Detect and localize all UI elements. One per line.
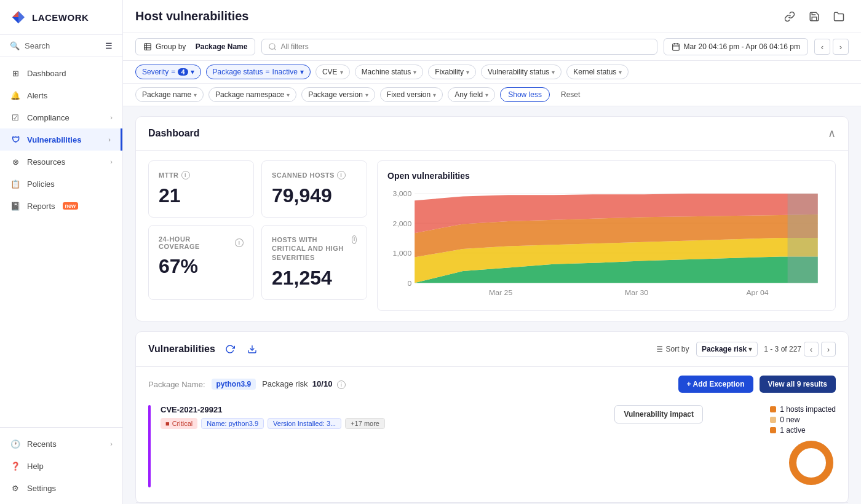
download-button[interactable] [244, 341, 261, 358]
any-field-filter[interactable]: Any field ▾ [448, 87, 495, 102]
sidebar-search-btn[interactable]: 🔍 Search ☰ [0, 35, 122, 57]
package-namespace-filter[interactable]: Package namespace ▾ [208, 87, 296, 102]
scanned-hosts-info-icon[interactable]: i [337, 171, 346, 179]
severity-chip-chevron: ▾ [191, 68, 194, 76]
grid-icon: ⊞ [10, 68, 21, 79]
cve-info: CVE-2021-29921 Critical Name: python3.9 … [161, 405, 605, 429]
group-by-button[interactable]: Group by Package Name [135, 38, 255, 55]
fixed-version-label: Fixed version [387, 90, 430, 99]
hosts-impacted-item: 1 hosts impacted [770, 405, 836, 414]
package-status-filter-chip[interactable]: Package status = Inactive ▾ [206, 65, 311, 79]
date-next-button[interactable]: › [833, 39, 849, 55]
severity-chip-count: 4 [178, 68, 188, 76]
vulnerabilities-card: Vulnerabilities Sort by Package risk [135, 331, 849, 503]
chevron-down-icon: ▾ [365, 92, 368, 98]
sidebar-item-label: Recents [27, 439, 57, 449]
sidebar-item-reports[interactable]: 📓 Reports new [0, 195, 122, 217]
package-version-filter[interactable]: Package version ▾ [301, 87, 375, 102]
package-risk-value: 10/10 [312, 379, 333, 388]
package-name-filter[interactable]: Package name ▾ [135, 87, 204, 102]
save-button[interactable] [804, 7, 824, 26]
sidebar-item-dashboard[interactable]: ⊞ Dashboard [0, 62, 122, 84]
sidebar-item-resources[interactable]: ⊗ Resources › [0, 151, 122, 173]
sidebar-item-vulnerabilities[interactable]: 🛡 Vulnerabilities › [0, 128, 122, 151]
svg-point-4 [269, 44, 275, 49]
collapse-dashboard-button[interactable]: ∧ [828, 127, 836, 140]
check-square-icon: ☑ [10, 112, 21, 123]
refresh-button[interactable] [221, 341, 239, 358]
clock-icon: 🕐 [10, 438, 21, 449]
sidebar-bottom: 🕐 Recents › ❓ Help ⚙ Settings [0, 427, 122, 504]
folder-button[interactable] [829, 7, 849, 26]
critical-hosts-info-icon[interactable]: i [352, 235, 357, 244]
cve-name-tag: Name: python3.9 [201, 418, 264, 429]
hosts-active-label: 1 active [780, 426, 805, 435]
table-icon [143, 42, 152, 51]
hosts-active-item: 1 active [770, 426, 836, 435]
header-actions [780, 7, 849, 26]
cve-filter[interactable]: CVE ▾ [315, 65, 350, 79]
group-by-value: Package Name [196, 42, 248, 51]
coverage-info-icon[interactable]: i [235, 238, 244, 247]
sidebar-item-label: Help [27, 462, 44, 471]
date-range-picker[interactable]: Mar 20 04:16 pm - Apr 06 04:16 pm [664, 38, 808, 55]
chevron-down-icon: ▾ [552, 69, 555, 76]
chevron-down-icon: ▾ [619, 69, 622, 76]
refresh-icon [225, 344, 235, 354]
add-exception-button[interactable]: + Add Exception [678, 376, 753, 393]
chevron-right-icon: › [110, 158, 113, 165]
sidebar-item-recents[interactable]: 🕐 Recents › [0, 433, 122, 455]
filter-input[interactable] [280, 42, 650, 51]
svg-line-5 [274, 49, 276, 50]
cve-more-tag[interactable]: +17 more [345, 418, 385, 429]
sidebar-item-label: Compliance [27, 113, 69, 122]
sidebar-item-compliance[interactable]: ☑ Compliance › [0, 106, 122, 128]
chevron-down-icon: ▾ [194, 92, 197, 98]
sidebar-item-alerts[interactable]: 🔔 Alerts [0, 84, 122, 106]
fixability-filter[interactable]: Fixability ▾ [428, 65, 476, 79]
show-less-button[interactable]: Show less [500, 87, 550, 102]
mttr-info-icon[interactable]: i [181, 171, 190, 179]
cve-id[interactable]: CVE-2021-29921 [161, 405, 605, 414]
vuln-status-filter[interactable]: Vulnerability status ▾ [481, 65, 561, 79]
machine-status-label: Machine status [362, 68, 411, 76]
cve-row: CVE-2021-29921 Critical Name: python3.9 … [148, 399, 836, 494]
cve-right-panel: 1 hosts impacted 0 new 1 active [713, 405, 836, 487]
sidebar-item-settings[interactable]: ⚙ Settings [0, 477, 122, 499]
chevron-right-icon: › [110, 114, 113, 121]
critical-hosts-value: 21,254 [272, 267, 357, 289]
hosts-active-dot [770, 427, 776, 433]
sidebar: LACEWORK 🔍 Search ☰ ⊞ Dashboard 🔔 Alerts… [0, 0, 123, 504]
cve-version-tag: Version Installed: 3... [268, 418, 341, 429]
toolbar-row1: Group by Package Name Mar 20 04:16 pm - … [123, 33, 861, 61]
kernel-status-filter[interactable]: Kernel status ▾ [566, 65, 629, 79]
filter-search[interactable] [261, 39, 657, 55]
coverage-value: 67% [159, 255, 244, 278]
fixed-version-filter[interactable]: Fixed version ▾ [380, 87, 443, 102]
pagination-prev-button[interactable]: ‹ [804, 342, 819, 356]
sort-dropdown[interactable]: Package risk ▾ [696, 342, 758, 356]
package-name-badge[interactable]: python3.9 [212, 379, 256, 390]
view-results-button[interactable]: View all 9 results [760, 376, 836, 393]
chevron-down-icon: ▾ [466, 69, 469, 76]
sidebar-item-policies[interactable]: 📋 Policies [0, 173, 122, 195]
book-icon: 📓 [10, 200, 21, 211]
link-button[interactable] [780, 7, 800, 26]
severity-filter-chip[interactable]: Severity = 4 ▾ [135, 65, 201, 79]
fixability-label: Fixability [435, 68, 464, 76]
pagination-next-button[interactable]: › [821, 342, 836, 356]
pagination: 1 - 3 of 227 ‹ › [764, 342, 836, 356]
sidebar-item-help[interactable]: ❓ Help [0, 455, 122, 477]
link-icon [784, 11, 795, 22]
machine-status-filter[interactable]: Machine status ▾ [355, 65, 424, 79]
any-field-label: Any field [454, 90, 483, 99]
menu-icon[interactable]: ☰ [105, 41, 113, 50]
vulnerability-impact-button[interactable]: Vulnerability impact [614, 405, 703, 423]
package-risk-info-icon[interactable]: i [337, 380, 346, 389]
hosts-donut-chart [787, 438, 836, 487]
reset-button[interactable]: Reset [555, 88, 586, 101]
sidebar-item-label: Policies [27, 179, 55, 189]
chevron-down-icon: ▾ [748, 345, 752, 353]
coverage-label: 24-HOUR COVERAGE i [159, 235, 244, 250]
date-prev-button[interactable]: ‹ [814, 39, 830, 55]
